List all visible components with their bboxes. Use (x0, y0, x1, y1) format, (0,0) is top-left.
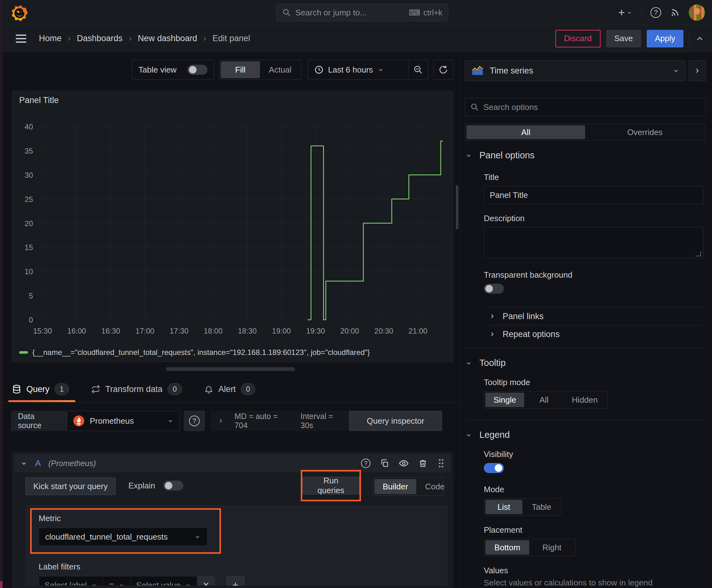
chart-legend[interactable]: {__name__="cloudflared_tunnel_total_requ… (19, 348, 370, 357)
datasource-select[interactable]: Prometheus (67, 411, 180, 431)
overrides-option[interactable]: Overrides (586, 125, 705, 139)
actual-option[interactable]: Actual (261, 61, 300, 78)
zoom-out-button[interactable] (408, 60, 428, 80)
remove-filter-button[interactable]: ✕ (197, 576, 215, 586)
collapse-header-button[interactable] (695, 34, 705, 43)
transparent-background-toggle[interactable] (484, 284, 504, 294)
breadcrumb-new-dashboard[interactable]: New dashboard (138, 34, 197, 43)
apply-button[interactable]: Apply (647, 30, 684, 47)
table-view-toggle[interactable] (188, 65, 208, 75)
copy-icon (380, 459, 389, 468)
fill-option[interactable]: Fill (221, 61, 260, 78)
all-option[interactable]: All (467, 125, 585, 139)
menu-toggle-button[interactable] (16, 35, 26, 43)
search-options-box (465, 98, 706, 116)
refresh-button[interactable] (433, 60, 453, 80)
tab-query[interactable]: Query 1 (12, 379, 69, 400)
panel-links-row[interactable]: Panel links (489, 308, 706, 325)
time-range-picker[interactable]: Last 6 hours (308, 60, 408, 80)
code-option[interactable]: Code (417, 479, 453, 494)
time-series-chart[interactable]: 051015202530354015:3016:0016:3017:0017:3… (12, 91, 454, 342)
plus-icon (231, 581, 240, 586)
duplicate-query-button[interactable] (380, 459, 389, 468)
search-options-input[interactable] (483, 102, 700, 112)
tooltip-mode-switch: Single All Hidden (484, 391, 607, 408)
panel-options-heading[interactable]: Panel options (465, 150, 706, 161)
textarea-resize-handle[interactable] (696, 251, 701, 256)
query-help-button[interactable]: ? (361, 459, 370, 468)
svg-text:17:00: 17:00 (136, 327, 154, 335)
svg-text:16:30: 16:30 (102, 327, 120, 335)
placement-bottom-option[interactable]: Bottom (486, 540, 529, 555)
query-options-summary[interactable]: MD = auto = 704 Interval = 30s (211, 411, 352, 431)
metric-label: Metric (39, 513, 213, 523)
query-row-header[interactable]: A (Prometheus) ? (15, 454, 451, 472)
trash-icon (418, 459, 428, 468)
nav-right-cluster: ? (617, 0, 705, 25)
svg-text:20:30: 20:30 (374, 327, 393, 335)
new-menu-button[interactable] (617, 8, 632, 17)
legend-list-option[interactable]: List (486, 500, 522, 514)
chevron-down-icon (626, 9, 632, 16)
user-avatar[interactable] (689, 4, 705, 21)
options-sidebar: Time series All Overrides Panel options … (460, 52, 712, 588)
panel-title-input[interactable] (484, 186, 704, 204)
breadcrumb-dashboards[interactable]: Dashboards (77, 34, 123, 43)
window-edge-strip (0, 0, 2, 588)
chart-panel: Panel Title 051015202530354015:3016:0016… (12, 91, 453, 362)
query-datasource-hint: (Prometheus) (48, 459, 96, 468)
tooltip-hidden-option[interactable]: Hidden (564, 393, 606, 407)
collapse-options-button[interactable] (689, 60, 706, 81)
legend-heading[interactable]: Legend (465, 430, 706, 440)
kick-start-query-button[interactable]: Kick start your query (25, 478, 115, 495)
prometheus-icon (73, 415, 85, 427)
search-icon (470, 103, 479, 111)
run-queries-button[interactable]: Run queries (302, 477, 360, 495)
drag-handle[interactable] (437, 459, 445, 468)
visualization-select[interactable]: Time series (465, 60, 686, 81)
breadcrumb-home[interactable]: Home (39, 34, 62, 43)
description-textarea[interactable] (484, 227, 704, 258)
tab-transform-data[interactable]: Transform data 0 (91, 379, 182, 400)
help-button[interactable]: ? (650, 7, 661, 18)
grafana-logo-icon[interactable] (10, 3, 29, 22)
metric-select[interactable]: cloudflared_tunnel_total_requests (39, 528, 208, 546)
time-range-label: Last 6 hours (328, 65, 373, 75)
label-filter-row: Select label = Select value ✕ (39, 576, 215, 586)
add-filter-button[interactable] (226, 576, 244, 586)
global-search-input[interactable]: Search or jump to... ⌨ ctrl+k (276, 4, 448, 21)
breadcrumb-edit-panel: Edit panel (213, 34, 250, 43)
operator-dropdown[interactable]: = (103, 576, 130, 586)
tooltip-heading[interactable]: Tooltip (465, 358, 706, 368)
delete-query-button[interactable] (418, 459, 428, 468)
query-inspector-button[interactable]: Query inspector (349, 411, 442, 431)
tooltip-all-option[interactable]: All (525, 393, 563, 407)
builder-option[interactable]: Builder (374, 479, 416, 494)
svg-text:21:00: 21:00 (408, 327, 427, 335)
select-label-dropdown[interactable]: Select label (39, 576, 103, 586)
discard-button[interactable]: Discard (555, 30, 601, 47)
placement-right-option[interactable]: Right (530, 540, 574, 555)
time-series-viz-icon (471, 65, 484, 76)
news-feed-button[interactable] (670, 7, 680, 18)
svg-text:5: 5 (29, 292, 33, 300)
tooltip-single-option[interactable]: Single (486, 393, 524, 407)
rss-icon (670, 7, 680, 18)
explain-toggle[interactable] (163, 481, 184, 491)
tab-alert[interactable]: Alert 0 (204, 379, 256, 400)
select-value-dropdown[interactable]: Select value (131, 576, 197, 586)
all-overrides-switch: All Overrides (465, 124, 706, 141)
scrollbar-thumb[interactable] (456, 185, 458, 229)
legend-swatch (19, 351, 28, 354)
svg-text:19:00: 19:00 (272, 327, 291, 335)
datasource-help-button[interactable]: ? (184, 411, 205, 431)
legend-visibility-toggle[interactable] (484, 463, 504, 473)
svg-text:0: 0 (29, 316, 33, 324)
transform-count-badge: 0 (168, 383, 182, 395)
hide-query-button[interactable] (399, 458, 409, 468)
repeat-options-row[interactable]: Repeat options (489, 326, 706, 343)
panel-resize-handle[interactable] (166, 367, 295, 371)
legend-values-label: Values (484, 566, 706, 575)
save-button[interactable]: Save (606, 30, 641, 47)
legend-table-option[interactable]: Table (523, 500, 560, 514)
